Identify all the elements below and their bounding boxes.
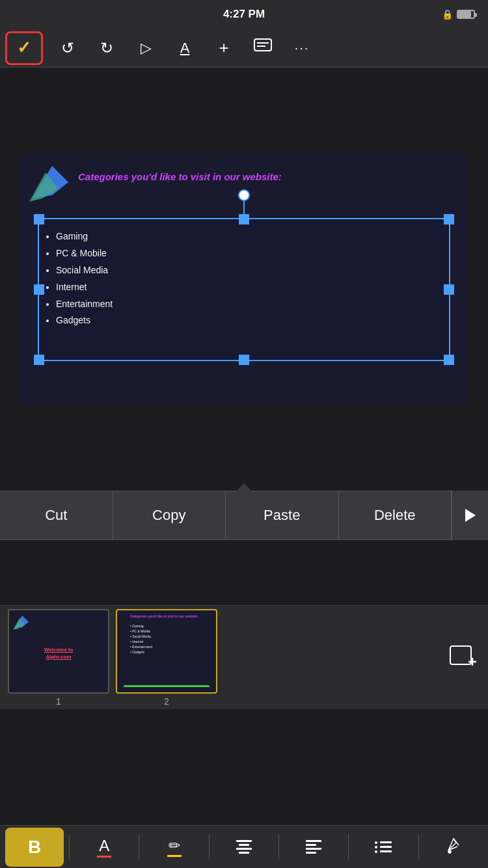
divider-6 [418, 834, 419, 860]
thumb-1-label: 1 [56, 696, 61, 707]
canvas-area: Categories you'd like to visit in our we… [0, 68, 488, 491]
more-icon: ··· [295, 40, 310, 55]
bold-icon: B [28, 837, 41, 858]
slide-thumbnail-2[interactable]: Categories you'd like to visit in our we… [116, 609, 217, 694]
thumb2-heading: Categories you'd like to visit in our we… [130, 614, 213, 618]
lock-icon: 🔒 [442, 9, 453, 20]
comment-button[interactable] [243, 31, 282, 65]
thumb-2-wrapper: Categories you'd like to visit in our we… [116, 609, 217, 707]
next-arrow-icon [465, 509, 476, 522]
handle-top-left[interactable] [34, 214, 44, 224]
divider-5 [348, 834, 349, 860]
play-icon: ▷ [141, 40, 152, 57]
slide-heading: Categories you'd like to visit in our we… [78, 171, 282, 182]
divider-1 [69, 834, 70, 860]
bullet-list: Gaming PC & Mobile Social Media Internet… [39, 219, 449, 338]
list-button[interactable] [354, 828, 413, 867]
add-slide-icon [449, 644, 478, 672]
handle-bottom-right[interactable] [444, 355, 454, 365]
divider-4 [278, 834, 279, 860]
divider-2 [139, 834, 139, 860]
thumbnail-strip: Welcome toAlphr.com 1 Categories you'd l… [0, 605, 488, 709]
text-button[interactable]: A [165, 31, 204, 65]
align-left-icon [303, 837, 324, 856]
align-center-icon [234, 837, 254, 856]
list-item: PC & Mobile [56, 245, 440, 262]
status-right-icons: 🔒 [442, 9, 475, 20]
redo-button[interactable]: ↻ [87, 31, 126, 65]
handle-bottom-left[interactable] [34, 355, 44, 365]
align-left-button[interactable] [284, 828, 343, 867]
format-toolbar: B A ✏ [0, 825, 488, 868]
handle-mid-right[interactable] [444, 284, 454, 295]
context-menu-next-button[interactable] [452, 491, 488, 540]
handle-top-right[interactable] [444, 214, 454, 224]
list-item: Gadgets [56, 312, 440, 329]
svg-rect-7 [450, 646, 471, 664]
status-time: 4:27 PM [223, 8, 265, 21]
handle-mid-left[interactable] [34, 284, 44, 295]
text-color-button[interactable]: A [75, 828, 133, 867]
svg-rect-0 [254, 39, 271, 51]
undo-icon: ↺ [61, 39, 74, 57]
thumb-1-wrapper: Welcome toAlphr.com 1 [8, 609, 109, 707]
thumb-2-label: 2 [164, 696, 169, 707]
list-icon [372, 839, 394, 856]
thumb2-bar [124, 685, 210, 687]
context-menu-arrow-up [236, 483, 252, 491]
logo-shape [26, 159, 72, 205]
battery-icon [457, 10, 475, 19]
copy-button[interactable]: Copy [113, 491, 226, 540]
align-center-button[interactable] [215, 828, 273, 867]
handle-top-center[interactable] [239, 214, 249, 224]
thumb1-title: Welcome toAlphr.com [9, 646, 108, 660]
text-color-icon: A [97, 837, 111, 858]
thumb1-logo [12, 613, 30, 631]
checkmark-button[interactable]: ✓ [5, 31, 43, 65]
list-item: Entertainment [56, 296, 440, 313]
highlight-icon: ✏ [167, 837, 182, 857]
text-icon: A [180, 40, 190, 57]
redo-icon: ↻ [100, 39, 113, 57]
mid-area [0, 540, 488, 605]
list-item: Internet [56, 279, 440, 296]
add-button[interactable]: + [204, 31, 243, 65]
plus-icon: + [219, 38, 228, 58]
thumb2-list: • Gaming• PC & Mobile• Social Media• Int… [130, 623, 152, 655]
highlight-button[interactable]: ✏ [145, 828, 204, 867]
bold-button[interactable]: B [5, 828, 64, 867]
list-item: Social Media [56, 262, 440, 279]
add-slide-button[interactable] [446, 641, 480, 675]
slide[interactable]: Categories you'd like to visit in our we… [20, 153, 468, 405]
more-button[interactable]: ··· [282, 31, 321, 65]
paste-button[interactable]: Paste [226, 491, 339, 540]
fill-icon [444, 836, 463, 858]
handle-bottom-center[interactable] [239, 355, 249, 365]
context-menu: Cut Copy Paste Delete [0, 491, 488, 540]
delete-button[interactable]: Delete [339, 491, 452, 540]
undo-button[interactable]: ↺ [48, 31, 87, 65]
comment-icon [254, 38, 272, 57]
divider-3 [209, 834, 210, 860]
play-button[interactable]: ▷ [126, 31, 165, 65]
status-bar: 4:27 PM 🔒 [0, 0, 488, 29]
list-item: Gaming [56, 228, 440, 245]
main-toolbar: ✓ ↺ ↻ ▷ A + ··· [0, 29, 488, 68]
fill-button[interactable] [424, 828, 483, 867]
slide-thumbnail-1[interactable]: Welcome toAlphr.com [8, 609, 109, 694]
text-box-selected[interactable]: Gaming PC & Mobile Social Media Internet… [38, 218, 450, 361]
cut-button[interactable]: Cut [0, 491, 113, 540]
